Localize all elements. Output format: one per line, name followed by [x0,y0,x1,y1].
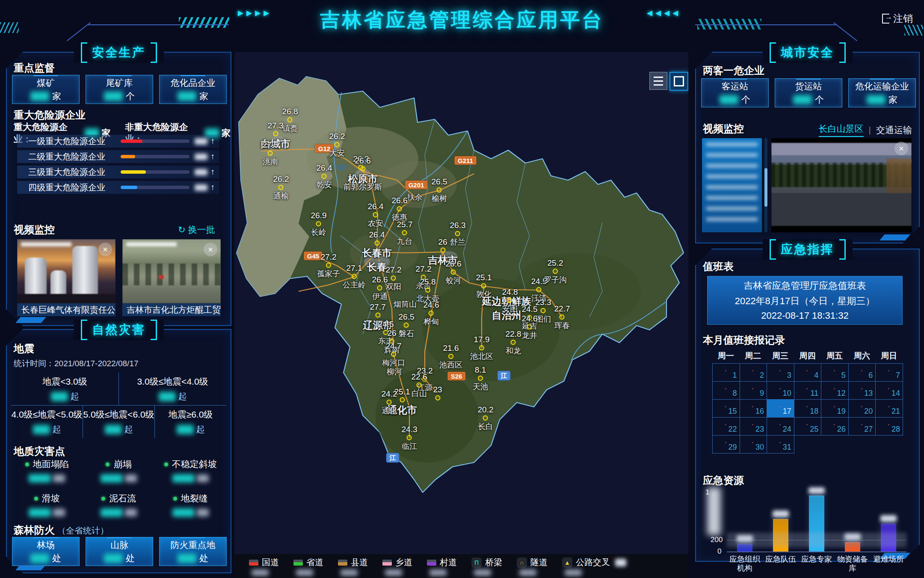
calendar-day-30[interactable]: 30 [740,436,767,454]
map-marker-池西区[interactable]: 21.6池西区 [439,344,462,370]
calendar-day-7[interactable]: 7 [876,364,903,382]
map-marker-梅河口[interactable]: 24.7梅河口 [382,341,405,368]
calendar-day-8[interactable]: 8 [713,382,740,400]
camera-card[interactable]: × 长春巨峰气体有限责任公司 [17,239,116,316]
calendar-day-22[interactable]: 22 [713,418,740,436]
stat-card-客运站[interactable]: 客运站个 [701,78,769,107]
calendar-day-2[interactable]: 2 [740,364,767,382]
calendar-day-9[interactable]: 9 [740,382,767,400]
map-marker-农安[interactable]: 26.4农安 [368,202,384,228]
map-marker-蛟河[interactable]: 26.6蛟河 [446,259,462,286]
map-marker-通榆[interactable]: 26.2通榆 [273,175,289,201]
legend-item-国道[interactable]: 国道 [249,557,279,576]
map-marker-23[interactable]: 23 [433,385,442,400]
calendar-day-28[interactable]: 28 [876,418,903,436]
map-marker-罗子沟[interactable]: 25.2罗子沟 [544,258,567,285]
camera-list-blurred[interactable] [702,138,762,232]
map-marker-和龙[interactable]: 22.8和龙 [506,329,521,356]
map-marker-德惠[interactable]: 26.6德惠 [392,196,408,222]
map-marker-舒兰[interactable]: 26.3舒兰 [450,221,466,247]
legend-item-村道[interactable]: 村道 [427,557,457,576]
camera-list-scrollbar[interactable] [764,138,767,232]
legend-item-省道[interactable]: 省道 [293,557,323,576]
legend-item-公路交叉[interactable]: ▲公路交叉 [562,557,626,576]
calendar-day-18[interactable]: 18 [794,400,822,418]
map-marker-九台[interactable]: 25.7九台 [397,220,413,246]
map-marker-长白[interactable]: 20.2长白 [478,405,494,432]
calendar-day-29[interactable]: 29 [713,436,740,454]
map-marker-烟筒山[interactable]: 烟筒山 [394,299,417,309]
map-marker-榆树[interactable]: 26.5榆树 [432,177,447,204]
calendar-day-15[interactable]: 15 [713,400,740,418]
tab-changbaishan[interactable]: 长白山景区 [819,123,864,137]
close-icon[interactable]: × [204,243,217,256]
close-icon[interactable]: × [894,142,908,155]
legend-item-县道[interactable]: 县道 [338,557,368,576]
province-map[interactable]: 26.8镇赉27.3白城市27.5洮南26.2大安26.326.6松原市前郭尔罗… [234,52,688,578]
calendar-day-24[interactable]: 24 [767,418,794,436]
legend-item-乡道[interactable]: 乡道 [382,557,412,576]
map-marker-双阳[interactable]: 27.2双阳 [386,265,402,292]
stat-card-防火重点地[interactable]: 防火重点地处 [159,537,227,566]
map-marker-天池[interactable]: 8.1天池 [473,365,488,392]
map-marker-临江[interactable]: 24.3临江 [402,425,418,451]
map-marker-图们[interactable]: 23.3图们 [536,298,551,324]
map-marker-公主岭[interactable]: 27.1公主岭 [343,264,366,290]
stat-card-煤矿[interactable]: 煤矿家 [12,75,80,104]
calendar-day-11[interactable]: 11 [794,382,822,400]
map-marker-伊通[interactable]: 26.6伊通 [372,275,388,302]
calendar-day-26[interactable]: 26 [821,418,849,436]
calendar-day-31[interactable]: 31 [767,436,794,454]
stat-card-尾矿库[interactable]: 尾矿库个 [86,75,153,104]
map-marker-前郭尔罗斯[interactable]: 前郭尔罗斯 [344,182,382,192]
camera-card[interactable]: × 吉林市吉化北方炬醌工贸责任... [122,239,221,316]
stat-card-山脉[interactable]: 山脉处 [86,537,153,566]
map-marker-柳河[interactable]: 柳河 [387,367,402,377]
calendar-day-3[interactable]: 3 [767,364,794,382]
map-marker-龙井[interactable]: 24.6龙井 [522,314,538,341]
live-video-frame[interactable]: × [771,138,912,232]
refresh-batch-button[interactable]: ↻ 换一批 [178,224,215,236]
calendar-day-20[interactable]: 20 [849,400,876,418]
calendar-day-27[interactable]: 27 [849,418,876,436]
calendar-day-10[interactable]: 10 [767,382,794,400]
logout-button[interactable]: 注销 [882,12,913,25]
stat-card-危化运输企业[interactable]: 危化运输企业家 [848,78,916,107]
close-icon[interactable]: × [98,243,112,256]
stat-card-林场[interactable]: 林场处 [12,537,80,566]
map-marker-长岭[interactable]: 26.9长岭 [311,211,327,237]
calendar-day-23[interactable]: 23 [740,418,767,436]
calendar-day-21[interactable]: 21 [876,400,903,418]
calendar-day-19[interactable]: 19 [821,400,849,418]
map-layers-button[interactable] [649,72,667,90]
calendar-day-1[interactable]: 1 [713,364,740,382]
map-marker-磐石[interactable]: 26.5磐石 [399,312,415,339]
calendar-day-6[interactable]: 6 [849,364,876,382]
map-marker-松原市[interactable]: 26.6松原市 [348,156,378,186]
calendar-day-5[interactable]: 5 [821,364,849,382]
stat-card-货运站[interactable]: 货运站个 [775,78,842,107]
scrollbar-thumb[interactable] [764,168,767,207]
calendar-day-25[interactable]: 25 [794,418,822,436]
calendar-day-13[interactable]: 13 [849,382,876,400]
stat-card-危化品企业[interactable]: 危化品企业家 [159,75,227,104]
calendar-day-12[interactable]: 12 [821,382,849,400]
calendar-day-14[interactable]: 14 [876,382,903,400]
legend-item-隧道[interactable]: ∩隧道 [517,557,548,576]
map-marker-池北区[interactable]: 17.9池北区 [470,335,493,362]
map-marker-安图[interactable]: 24.8安图 [502,288,518,314]
calendar-day-16[interactable]: 16 [740,400,767,418]
map-marker-孤家子[interactable]: 27.2孤家子 [317,252,340,279]
map-marker-乾安[interactable]: 26.4乾安 [317,163,332,190]
calendar-day-17[interactable]: 17 [767,400,794,418]
map-marker-大安[interactable]: 26.2大安 [329,132,345,158]
map-marker-洮南[interactable]: 27.5洮南 [263,140,278,167]
tab-transport[interactable]: 交通运输 [876,124,912,136]
map-marker-北大壶[interactable]: 25.8北大壶 [416,277,439,304]
map-marker-扶余[interactable]: 扶余 [407,192,423,202]
legend-item-桥梁[interactable]: Π桥梁 [471,557,502,576]
map-fullscreen-button[interactable] [669,72,688,91]
map-marker-通化[interactable]: 24.2通化 [382,389,397,416]
map-marker-珲春[interactable]: 22.7珲春 [554,304,570,331]
calendar-day-4[interactable]: 4 [794,364,822,382]
